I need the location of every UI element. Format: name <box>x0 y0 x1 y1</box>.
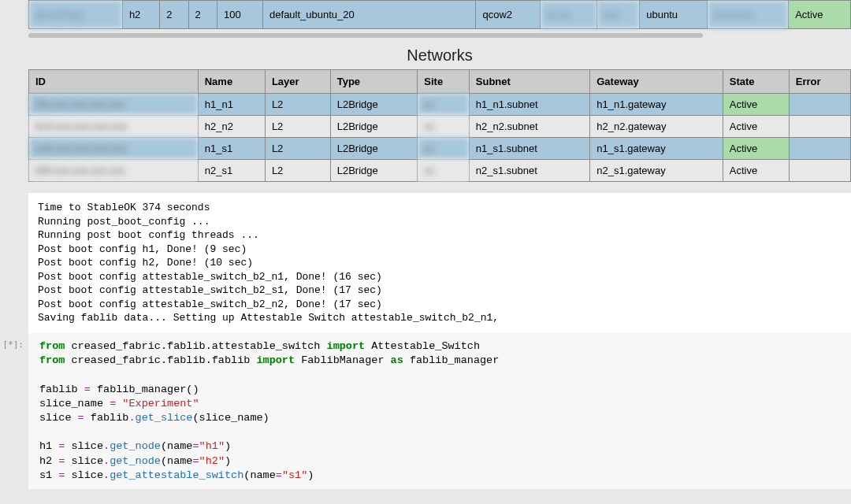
network-cell-gateway: n1_s1.gateway <box>590 138 723 160</box>
network-cell-state: Active <box>723 94 789 116</box>
node-blur2-cell: xxx <box>596 1 640 29</box>
networks-header-cell: State <box>723 70 789 94</box>
network-cell-id: f4b-xxx-xxx-xxx-xxx <box>29 94 199 116</box>
networks-header-cell: Error <box>789 70 850 94</box>
node-state-cell: Active <box>789 1 851 29</box>
node-name-cell: h2 <box>122 1 159 29</box>
network-cell-type: L2Bridge <box>330 116 418 138</box>
networks-header-cell: Name <box>198 70 265 94</box>
networks-header-cell: Gateway <box>590 70 723 94</box>
network-cell-name: n2_s1 <box>198 160 265 182</box>
network-cell-state: Active <box>723 138 789 160</box>
network-cell-gateway: h1_n1.gateway <box>590 94 723 116</box>
network-cell-site: xx <box>418 138 469 160</box>
networks-body: f4b-xxx-xxx-xxx-xxxh1_n1L2L2Bridgexxh1_n… <box>29 94 851 182</box>
network-cell-type: L2Bridge <box>330 138 418 160</box>
networks-header-cell: ID <box>29 70 199 94</box>
node-cpu-cell: 2 <box>160 1 188 29</box>
node-format-cell: qcow2 <box>476 1 541 29</box>
network-cell-state: Active <box>723 160 789 182</box>
networks-header-cell: Layer <box>265 70 330 94</box>
network-cell-site: xx <box>418 116 469 138</box>
network-row: f4b-xxx-xxx-xxx-xxxh1_n1L2L2Bridgexxh1_n… <box>29 94 851 116</box>
networks-header-cell: Subnet <box>469 70 589 94</box>
network-cell-error <box>789 160 850 182</box>
network-cell-layer: L2 <box>265 160 330 182</box>
node-disk-cell: 100 <box>217 1 262 29</box>
node-image-cell: default_ubuntu_20 <box>263 1 476 29</box>
node-ram-cell: 2 <box>188 1 217 29</box>
network-cell-subnet: n1_s1.subnet <box>469 138 589 160</box>
network-cell-gateway: h2_n2.gateway <box>590 116 723 138</box>
network-cell-type: L2Bridge <box>330 160 418 182</box>
code-cell[interactable]: from creased_fabric.fablib.attestable_sw… <box>28 333 851 489</box>
network-cell-error <box>789 138 850 160</box>
network-cell-state: Active <box>723 116 789 138</box>
networks-table: IDNameLayerTypeSiteSubnetGatewayStateErr… <box>28 69 851 182</box>
network-cell-layer: L2 <box>265 94 330 116</box>
networks-header-cell: Type <box>330 70 418 94</box>
node-blur1-cell: xx-xx <box>541 1 596 29</box>
network-cell-subnet: h2_n2.subnet <box>469 116 589 138</box>
network-cell-site: xx <box>418 94 469 116</box>
network-cell-subnet: n2_s1.subnet <box>469 160 589 182</box>
network-cell-subnet: h1_n1.subnet <box>469 94 589 116</box>
output-cell: Time to StableOK 374 seconds Running pos… <box>28 193 851 333</box>
node-row: abc123xyz h2 2 2 100 default_ubuntu_20 q… <box>29 1 851 29</box>
networks-header-cell: Site <box>418 70 469 94</box>
horizontal-scrollbar[interactable] <box>28 32 851 39</box>
network-cell-name: n1_s1 <box>198 138 265 160</box>
node-user-cell: ubuntu <box>640 1 707 29</box>
network-cell-id: a3e-xxx-xxx-xxx-xxx <box>29 138 199 160</box>
network-cell-site: xx <box>418 160 469 182</box>
cell-prompt: [*]: <box>0 333 28 350</box>
network-cell-type: L2Bridge <box>330 94 418 116</box>
network-row: a3e-xxx-xxx-xxx-xxxn1_s1L2L2Bridgexxn1_s… <box>29 138 851 160</box>
network-cell-name: h2_n2 <box>198 116 265 138</box>
networks-title: Networks <box>28 46 851 65</box>
network-cell-error <box>789 94 850 116</box>
network-cell-layer: L2 <box>265 116 330 138</box>
network-cell-id: b9f-xxx-xxx-xxx-xxx <box>29 160 199 182</box>
nodes-table: abc123xyz h2 2 2 100 default_ubuntu_20 q… <box>28 0 851 29</box>
network-cell-layer: L2 <box>265 138 330 160</box>
network-cell-name: h1_n1 <box>198 94 265 116</box>
node-blur3-cell: xxxxxxxx <box>707 1 789 29</box>
network-row: 5c4-xxx-xxx-xxx-xxxh2_n2L2L2Bridgexxh2_n… <box>29 116 851 138</box>
network-cell-gateway: n2_s1.gateway <box>590 160 723 182</box>
network-cell-id: 5c4-xxx-xxx-xxx-xxx <box>29 116 199 138</box>
node-id-cell: abc123xyz <box>29 1 123 29</box>
network-row: b9f-xxx-xxx-xxx-xxxn2_s1L2L2Bridgexxn2_s… <box>29 160 851 182</box>
network-cell-error <box>789 116 850 138</box>
networks-header-row: IDNameLayerTypeSiteSubnetGatewayStateErr… <box>29 70 851 94</box>
scrollbar-thumb[interactable] <box>28 33 703 38</box>
